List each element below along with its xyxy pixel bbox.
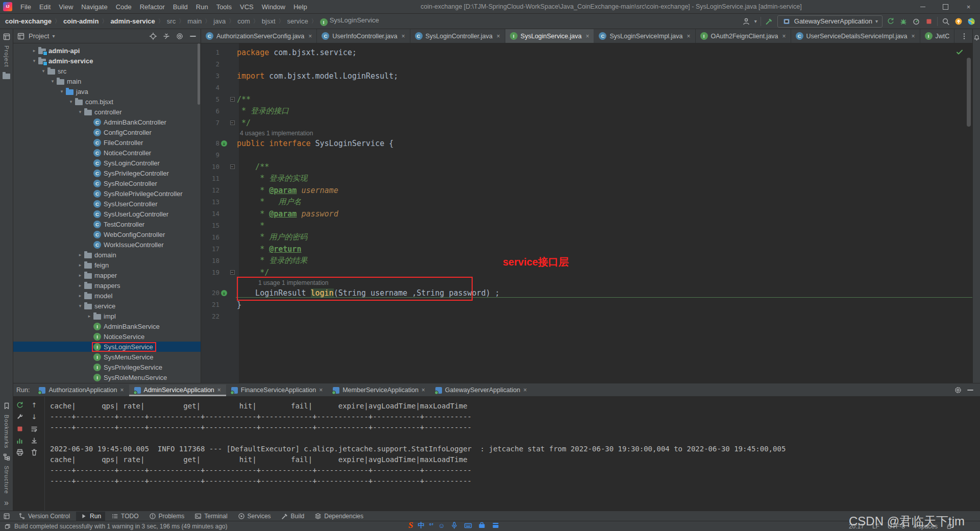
menu-view[interactable]: View [55, 1, 77, 13]
close-icon[interactable]: × [120, 387, 124, 394]
menu-run[interactable]: Run [192, 1, 212, 13]
implementation-gutter-icon[interactable]: ↓ [221, 140, 227, 147]
fold-icon[interactable]: − [230, 120, 235, 125]
deps-icon[interactable] [314, 513, 322, 520]
rerun-icon[interactable] [886, 17, 895, 26]
search-icon[interactable] [941, 17, 950, 26]
menu-navigate[interactable]: Navigate [77, 1, 111, 13]
breadcrumb-java[interactable]: java [212, 16, 227, 26]
tree-item-impl[interactable]: ▸impl [13, 311, 201, 321]
fold-icon[interactable]: − [230, 97, 235, 102]
close-icon[interactable]: × [687, 33, 691, 40]
wrap-icon[interactable] [30, 424, 39, 433]
event-log-icon[interactable] [4, 523, 11, 529]
locate-icon[interactable] [149, 32, 158, 41]
menu-edit[interactable]: Edit [35, 1, 55, 13]
chevron-down-icon[interactable]: ▾ [58, 89, 66, 94]
run-tab-authorizationapplication[interactable]: AuthorizationApplication× [34, 384, 129, 396]
chevron-down-icon[interactable]: ▾ [76, 109, 84, 114]
tree-item-java[interactable]: ▾java [13, 86, 201, 96]
tree-item-feign[interactable]: ▸feign [13, 260, 201, 270]
menu-file[interactable]: File [16, 1, 35, 13]
inspections-ok-icon[interactable] [955, 47, 964, 57]
run-tab-financeserviceapplication[interactable]: FinanceServiceApplication× [226, 384, 328, 396]
problems-icon[interactable] [149, 513, 156, 520]
project-tool-icon[interactable] [2, 32, 11, 41]
panel-icon[interactable] [491, 521, 500, 530]
chevron-down-icon[interactable]: ▾ [30, 58, 38, 63]
breadcrumb-com[interactable]: com [236, 16, 251, 26]
tree-item-src[interactable]: ▾src [13, 66, 201, 76]
implementation-gutter-icon[interactable]: ↓ [221, 290, 227, 296]
tree-item-model[interactable]: ▸model [13, 291, 201, 301]
tree-item-webconfigcontroller[interactable]: CWebConfigController [13, 229, 201, 239]
maximize-button[interactable] [934, 0, 957, 13]
tree-item-noticecontroller[interactable]: CNoticeController [13, 148, 201, 158]
stop-icon[interactable] [16, 424, 24, 433]
tree-item-adminbankcontroller[interactable]: CAdminBankController [13, 117, 201, 127]
close-icon[interactable]: × [912, 33, 915, 40]
hide-icon[interactable] [188, 32, 198, 41]
tab-authorizationserverconfig-java[interactable]: CAuthorizationServerConfig.java× [201, 29, 317, 43]
more-tool-buttons[interactable]: » [4, 498, 9, 508]
code-editor[interactable]: service接口层 1package com.bjsxt.service;23… [201, 43, 972, 383]
folder-icon[interactable] [3, 74, 10, 79]
tool-button-project[interactable]: Project [4, 45, 10, 67]
tree-item-admin-service[interactable]: ▾admin-service [13, 56, 201, 66]
tree-item-filecontroller[interactable]: CFileController [13, 137, 201, 148]
ime-mode-[interactable]: ☺ [438, 522, 445, 529]
plugin-ball-icon[interactable] [967, 17, 976, 26]
chevron-down-icon[interactable]: ▾ [76, 303, 84, 308]
stop-icon[interactable] [924, 17, 934, 26]
close-icon[interactable]: × [782, 33, 786, 40]
tool-button-build[interactable]: Build [277, 512, 309, 521]
terminal-icon[interactable] [194, 513, 202, 520]
menu-vcs[interactable]: VCS [236, 1, 258, 13]
close-icon[interactable]: × [402, 33, 405, 40]
tree-item-sysroleprivilegecontroller[interactable]: CSysRolePrivilegeController [13, 188, 201, 199]
tree-item-controller[interactable]: ▾controller [13, 107, 201, 117]
debug-icon[interactable] [899, 17, 908, 26]
tool-button-bookmarks[interactable]: Bookmarks [4, 415, 10, 449]
toolwindow-switcher-icon[interactable] [3, 513, 10, 520]
chevron-right-icon[interactable]: ▸ [76, 283, 84, 288]
tree-item-service[interactable]: ▾service [13, 301, 201, 311]
tool-button-terminal[interactable]: Terminal [190, 512, 231, 521]
tab-sysloginserviceimpl-java[interactable]: CSysLoginServiceImpl.java× [594, 29, 695, 43]
tool-button-problems[interactable]: Problems [145, 512, 189, 521]
hide-icon[interactable] [966, 385, 975, 395]
breadcrumb-admin-service[interactable]: admin-service [109, 16, 156, 26]
close-icon[interactable]: × [319, 387, 323, 394]
tool-button-run[interactable]: Run [76, 512, 105, 521]
run-config-select[interactable]: GatewayServerApplication▾ [777, 15, 883, 28]
bookmark-icon[interactable] [2, 401, 11, 411]
tree-item-mappers[interactable]: ▸mappers [13, 280, 201, 291]
structure-icon[interactable] [2, 452, 11, 462]
rerun-icon[interactable] [16, 401, 24, 409]
breadcrumb-coin-exchange[interactable]: coin-exchange [4, 16, 53, 26]
tool-button-services[interactable]: Services [234, 512, 275, 521]
tree-item-configcontroller[interactable]: CConfigController [13, 127, 201, 137]
chevron-right-icon[interactable]: ▸ [85, 313, 93, 319]
tab-userservicedetailsserviceimpl-java[interactable]: CUserServiceDetailsServiceImpl.java× [791, 29, 920, 43]
close-icon[interactable]: × [308, 33, 312, 40]
chevron-right-icon[interactable]: ▸ [30, 48, 38, 53]
tree-item-main[interactable]: ▾main [13, 76, 201, 86]
tab-options-kebab-icon[interactable] [956, 29, 972, 43]
tab-oauth2feignclient-java[interactable]: IOAuth2FeignClient.java× [696, 29, 791, 43]
fold-icon[interactable]: − [230, 270, 235, 275]
fold-icon[interactable]: − [230, 164, 235, 169]
combo-icon[interactable] [782, 17, 791, 26]
tree-item-domain[interactable]: ▸domain [13, 250, 201, 260]
close-button[interactable]: × [957, 0, 980, 13]
tab-userinfocontroller-java[interactable]: CUserInfoController.java× [317, 29, 410, 43]
update-icon[interactable] [954, 17, 963, 26]
menu-help[interactable]: Help [289, 1, 311, 13]
tree-item-admin-api[interactable]: ▸admin-api [13, 45, 201, 56]
user-icon[interactable] [742, 17, 751, 26]
tool-button-todo[interactable]: TODO [107, 512, 142, 521]
tool-button-version-control[interactable]: Version Control [14, 512, 74, 521]
mic-icon[interactable] [450, 521, 459, 530]
minimize-button[interactable] [911, 0, 934, 13]
usages-hint[interactable]: 1 usage 1 implementation [201, 278, 972, 287]
